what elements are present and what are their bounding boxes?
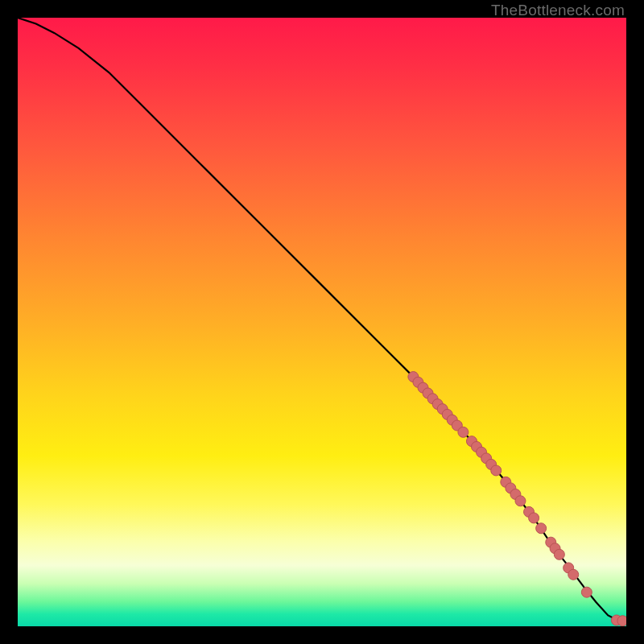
data-point: [458, 427, 469, 437]
data-point: [568, 569, 579, 580]
data-point: [617, 616, 626, 626]
data-markers: [408, 372, 626, 626]
data-point: [536, 523, 547, 534]
plot-area: [18, 18, 626, 626]
chart-svg: [18, 18, 626, 626]
data-point: [515, 496, 526, 506]
watermark-text: TheBottleneck.com: [491, 2, 625, 19]
data-point: [491, 465, 502, 476]
data-point: [529, 513, 539, 523]
chart-stage: TheBottleneck.com: [0, 0, 644, 644]
data-curve: [18, 18, 626, 621]
data-point: [581, 587, 592, 597]
data-point: [554, 549, 564, 559]
